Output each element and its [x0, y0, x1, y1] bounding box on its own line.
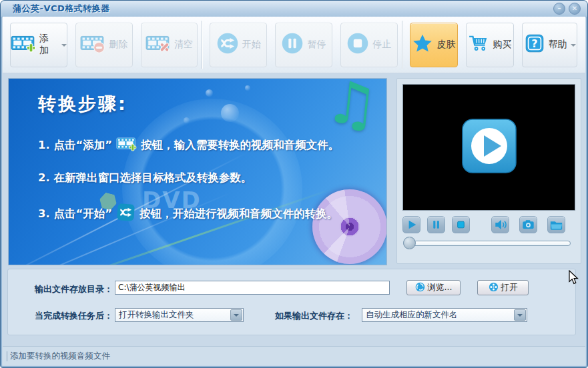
add-film-icon: [11, 33, 36, 57]
add-button-label: 添加: [39, 33, 58, 57]
delete-film-icon: [80, 33, 105, 57]
browse-aperture-icon: [415, 282, 425, 294]
bubble-decoration: [221, 104, 239, 122]
buy-button[interactable]: 购买: [466, 23, 514, 67]
minimize-button[interactable]: –: [553, 3, 565, 15]
cart-icon: [468, 34, 489, 55]
browse-button-label: 浏览...: [428, 282, 453, 293]
after-task-label: 当完成转换任务后：: [35, 310, 113, 322]
status-text: 添加要转换的视频音频文件: [10, 351, 110, 362]
pause-button-label: 暂停: [307, 39, 326, 51]
seek-slider-track[interactable]: [404, 241, 571, 246]
chevron-down-icon: [61, 44, 67, 49]
pause-icon: [281, 32, 304, 57]
clear-film-icon: [145, 33, 171, 57]
if-exists-label: 如果输出文件存在：: [275, 310, 353, 322]
mouse-cursor: [569, 270, 579, 288]
output-dir-input[interactable]: [115, 281, 390, 295]
toolbar-separator: [402, 21, 402, 69]
video-preview-area: [402, 84, 575, 211]
seek-slider-knob[interactable]: [403, 237, 416, 249]
player-controls: [402, 216, 575, 233]
browse-button[interactable]: 浏览...: [406, 280, 461, 295]
step-1-text-prefix: 1. 点击“添加”: [38, 138, 112, 153]
chevron-down-icon: [571, 44, 576, 49]
titlebar[interactable]: 蒲公英-VCD格式转换器 – ✕: [1, 1, 587, 17]
add-button[interactable]: 添加: [10, 23, 67, 67]
chevron-down-icon[interactable]: [230, 309, 242, 321]
close-button[interactable]: ✕: [569, 3, 581, 15]
if-exists-combobox[interactable]: 自动生成相应的新文件名: [362, 308, 527, 322]
open-button-label: 打开: [501, 282, 518, 293]
window-controls: – ✕: [553, 3, 581, 15]
help-icon: ?: [524, 33, 545, 57]
help-button[interactable]: ? 帮助: [522, 23, 577, 67]
delete-button[interactable]: 删除: [75, 23, 133, 67]
after-task-value: 打开转换输出文件夹: [115, 309, 230, 321]
step-3: 3. 点击“开始” 按钮，开始进行视频和音频文件的转换。: [38, 203, 338, 225]
clear-button[interactable]: 清空: [141, 23, 198, 67]
delete-button-label: 删除: [109, 39, 127, 51]
skin-button-label: 皮肤: [436, 39, 455, 51]
add-film-icon-inline: [116, 135, 137, 155]
steps-panel: ♫ DVD 转换步骤: 1. 点击“添加”: [8, 78, 387, 265]
step-1: 1. 点击“添加” 按钮，输入需要转换的视频和音频文件。: [38, 135, 339, 155]
svg-text:?: ?: [531, 37, 537, 50]
output-dir-label: 输出文件存放目录：: [35, 283, 113, 295]
star-icon: [412, 33, 433, 57]
output-settings-panel: 输出文件存放目录： 浏览...: [7, 269, 576, 335]
stop-button-label: 停止: [372, 39, 391, 51]
window-title: 蒲公英-VCD格式转换器: [13, 3, 110, 15]
play-badge-icon: [461, 118, 517, 177]
toolbar: 添加 删除: [3, 17, 585, 73]
toolbar-separator: [202, 21, 202, 69]
film-reel-icon: [489, 282, 499, 294]
player-stop-button[interactable]: [452, 216, 470, 233]
start-convert-icon-inline: [116, 203, 135, 225]
if-exists-value: 自动生成相应的新文件名: [362, 309, 513, 321]
steps-heading: 转换步骤:: [38, 92, 127, 116]
after-task-combobox[interactable]: 打开转换输出文件夹: [115, 308, 244, 322]
bubble-decoration: [184, 117, 190, 123]
player-play-button[interactable]: [402, 216, 420, 233]
start-button-label: 开始: [242, 39, 261, 51]
status-bar: 添加要转换的视频音频文件: [3, 346, 585, 365]
start-convert-icon: [216, 32, 239, 57]
step-2: 2. 在新弹出窗口选择目标格式及转换参数。: [38, 171, 252, 185]
cd-disc-graphic: [312, 189, 387, 264]
bubble-decoration: [206, 89, 213, 97]
preview-panel: [396, 78, 581, 264]
help-button-label: 帮助: [549, 39, 567, 51]
buy-button-label: 购买: [493, 39, 511, 51]
status-divider: [7, 351, 7, 361]
stop-button[interactable]: 停止: [340, 23, 398, 67]
player-folder-button[interactable]: [547, 216, 565, 233]
step-1-text-suffix: 按钮，输入需要转换的视频和音频文件。: [141, 138, 339, 153]
player-volume-button[interactable]: [491, 216, 509, 233]
player-snapshot-button[interactable]: [519, 216, 537, 233]
step-3-text-prefix: 3. 点击“开始”: [38, 207, 112, 221]
step-2-text: 2. 在新弹出窗口选择目标格式及转换参数。: [38, 171, 252, 185]
music-note-icon: ♫: [322, 78, 382, 141]
clear-button-label: 清空: [174, 39, 193, 51]
bubble-decoration: [245, 85, 250, 91]
chevron-down-icon[interactable]: [514, 309, 526, 321]
stop-icon: [346, 32, 369, 57]
player-pause-button[interactable]: [427, 216, 445, 233]
open-button[interactable]: 打开: [477, 280, 529, 295]
pause-button[interactable]: 暂停: [275, 23, 332, 67]
start-button[interactable]: 开始: [210, 23, 267, 67]
step-3-text-suffix: 按钮，开始进行视频和音频文件的转换。: [139, 207, 338, 221]
skin-button[interactable]: 皮肤: [410, 23, 458, 67]
app-window: 蒲公英-VCD格式转换器 – ✕: [0, 0, 588, 368]
